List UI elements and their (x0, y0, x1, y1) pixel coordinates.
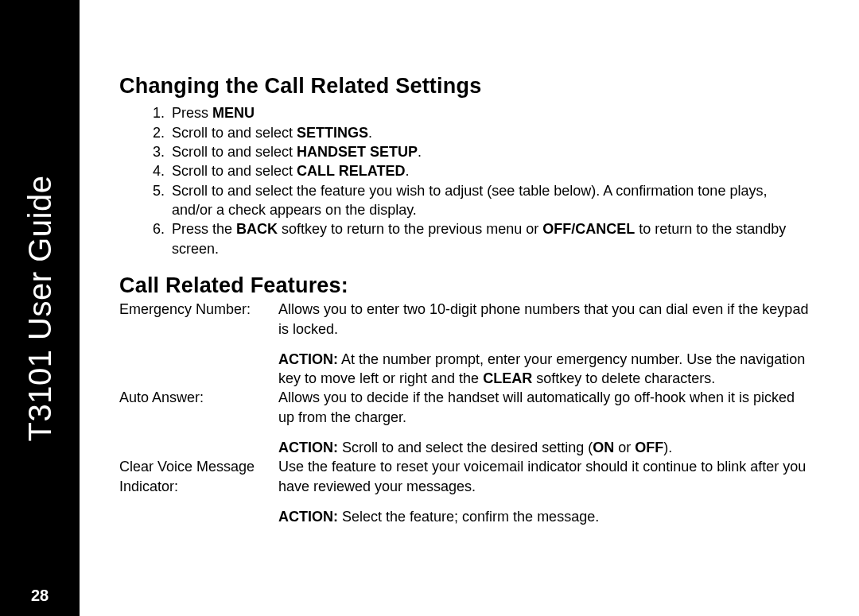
steps-list: Press MENU Scroll to and select SETTINGS… (119, 103, 811, 258)
page-number: 28 (0, 587, 80, 605)
heading-call-related-features: Call Related Features: (119, 271, 811, 300)
step-4: Scroll to and select CALL RELATED. (169, 161, 811, 180)
feature-clear-voice-message: Clear Voice Message Indicator: Use the f… (119, 457, 811, 526)
feature-description: Allows you to enter two 10-digit phone n… (278, 300, 811, 388)
sidebar: T3101 User Guide 28 (0, 0, 80, 616)
page: T3101 User Guide 28 Changing the Call Re… (0, 0, 859, 616)
feature-label: Auto Answer: (119, 388, 278, 407)
step-2: Scroll to and select SETTINGS. (169, 123, 811, 142)
step-1: Press MENU (169, 103, 811, 122)
step-3: Scroll to and select HANDSET SETUP. (169, 142, 811, 161)
document-title: T3101 User Guide (22, 175, 58, 441)
feature-auto-answer: Auto Answer: Allows you to decide if the… (119, 388, 811, 457)
feature-label: Clear Voice Message Indicator: (119, 457, 278, 496)
feature-emergency-number: Emergency Number: Allows you to enter tw… (119, 300, 811, 388)
feature-label: Emergency Number: (119, 300, 278, 319)
step-5: Scroll to and select the feature you wis… (169, 181, 811, 220)
content-area: Changing the Call Related Settings Press… (80, 0, 859, 616)
heading-changing-settings: Changing the Call Related Settings (119, 72, 811, 100)
feature-description: Use the feature to reset your voicemail … (278, 457, 811, 526)
feature-description: Allows you to decide if the handset will… (278, 388, 811, 457)
step-6: Press the BACK softkey to return to the … (169, 219, 811, 258)
